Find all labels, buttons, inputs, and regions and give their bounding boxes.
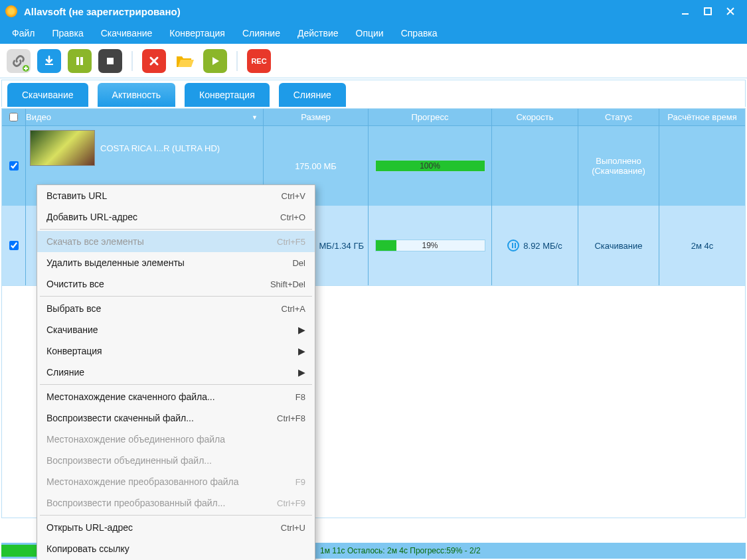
cell-eta: 2м 4с — [659, 206, 745, 285]
tab-download[interactable]: Скачивание — [7, 83, 88, 107]
menu-edit[interactable]: Правка — [44, 25, 91, 41]
menubar: Файл Правка Скачивание Конвертация Слиян… — [0, 23, 747, 44]
ctx-delete-selected[interactable]: Удалить выделенные элементыDel — [37, 252, 315, 273]
tabs-container: Скачивание Активность Конвертация Слияни… — [1, 80, 746, 107]
close-button[interactable] — [719, 3, 742, 19]
status-progress-icon — [1, 545, 39, 557]
toolbar-separator — [236, 51, 238, 71]
window-title: Allavsoft (не зарегистрировано) — [24, 6, 674, 17]
speed-value: 8.92 МБ/с — [523, 241, 562, 251]
paste-url-button[interactable] — [7, 49, 31, 73]
ctx-clear-all[interactable]: Очистить всеShift+Del — [37, 273, 315, 295]
row-checkbox[interactable] — [9, 161, 19, 171]
ctx-copy-link[interactable]: Копировать ссылку — [37, 538, 315, 559]
col-video-label: Видео — [26, 112, 51, 122]
ctx-locate-merged: Местонахождение объединенного файла — [37, 429, 315, 450]
delete-button[interactable] — [142, 49, 166, 73]
minimize-button[interactable] — [674, 3, 697, 19]
ctx-paste-url[interactable]: Вставить URLCtrl+V — [37, 185, 315, 206]
menu-options[interactable]: Опции — [348, 25, 392, 41]
svg-rect-7 — [80, 57, 83, 65]
ctx-download-all: Скачать все элементыCtrl+F5 — [37, 231, 315, 252]
ctx-add-url[interactable]: Добавить URL-адресCtrl+O — [37, 206, 315, 228]
ctx-separator — [40, 229, 312, 230]
col-video[interactable]: Видео▼ — [26, 109, 264, 125]
cell-eta — [659, 126, 745, 206]
ctx-merge-sub[interactable]: Слияние▶ — [37, 362, 315, 383]
svg-rect-5 — [45, 64, 53, 65]
ctx-convert-sub[interactable]: Конвертация▶ — [37, 340, 315, 362]
open-folder-button[interactable] — [173, 49, 197, 73]
ctx-locate-downloaded[interactable]: Местонахождение скаченного файла...F8 — [37, 386, 315, 407]
ctx-separator — [40, 515, 312, 516]
progress-bar: 19% — [375, 240, 485, 251]
col-speed[interactable]: Скорость — [492, 109, 578, 125]
menu-help[interactable]: Справка — [393, 25, 446, 41]
col-progress[interactable]: Прогресс — [369, 109, 492, 125]
ctx-open-url[interactable]: Открыть URL-адресCtrl+U — [37, 517, 315, 538]
titlebar: Allavsoft (не зарегистрировано) — [0, 0, 747, 23]
pause-button[interactable] — [68, 49, 92, 73]
menu-action[interactable]: Действие — [290, 25, 347, 41]
ctx-separator — [40, 384, 312, 385]
status-text: 1м 11с Осталось: 2м 4с Прогресс:59% - 2/… — [320, 546, 481, 555]
video-thumbnail — [30, 130, 95, 166]
toolbar: REC — [0, 44, 747, 78]
menu-merge[interactable]: Слияние — [234, 25, 288, 41]
col-status[interactable]: Статус — [578, 109, 659, 125]
ctx-select-all[interactable]: Выбрать всеCtrl+A — [37, 298, 315, 319]
stop-button[interactable] — [98, 49, 122, 73]
cell-speed: 8.92 МБ/с — [492, 206, 578, 285]
select-all-checkbox[interactable] — [9, 113, 18, 121]
ctx-separator — [40, 296, 312, 297]
menu-download[interactable]: Скачивание — [93, 25, 161, 41]
ctx-play-merged: Воспроизвести объединенный файл... — [37, 450, 315, 471]
tab-convert[interactable]: Конвертация — [185, 83, 270, 107]
menu-convert[interactable]: Конвертация — [161, 25, 233, 41]
video-title: COSTA RICA I...R (ULTRA HD) — [100, 143, 220, 153]
progress-text: 100% — [376, 161, 485, 171]
cell-status: Выполнено (Скачивание) — [578, 126, 659, 206]
col-check[interactable] — [2, 109, 26, 125]
tab-activity[interactable]: Активность — [98, 83, 176, 107]
row-checkbox[interactable] — [9, 241, 19, 250]
cell-speed — [492, 126, 578, 206]
record-button[interactable]: REC — [247, 49, 271, 73]
ctx-play-converted: Воспроизвести преобразованный файл...Ctr… — [37, 492, 315, 514]
pause-icon — [507, 240, 519, 251]
progress-bar: 100% — [375, 160, 485, 172]
svg-rect-6 — [76, 57, 79, 65]
play-button[interactable] — [203, 49, 227, 73]
grid-header: Видео▼ Размер Прогресс Скорость Статус Р… — [2, 109, 745, 126]
maximize-button[interactable] — [697, 3, 719, 19]
cell-status: Скачивание — [578, 206, 659, 285]
ctx-play-downloaded[interactable]: Воспроизвести скаченный файл...Ctrl+F8 — [37, 407, 315, 429]
ctx-download-sub[interactable]: Скачивание▶ — [37, 319, 315, 340]
toolbar-separator — [131, 51, 133, 71]
col-eta[interactable]: Расчётное время — [659, 109, 745, 125]
tab-merge[interactable]: Слияние — [279, 83, 346, 107]
svg-rect-8 — [107, 58, 114, 64]
ctx-locate-converted: Местонахождение преобразованного файлаF9 — [37, 471, 315, 492]
download-button[interactable] — [37, 49, 61, 73]
menu-file[interactable]: Файл — [4, 25, 42, 41]
svg-rect-1 — [705, 8, 711, 15]
progress-text: 19% — [376, 240, 485, 251]
app-logo-icon — [5, 5, 17, 17]
col-size[interactable]: Размер — [264, 109, 369, 125]
context-menu: Вставить URLCtrl+V Добавить URL-адресCtr… — [37, 184, 315, 560]
